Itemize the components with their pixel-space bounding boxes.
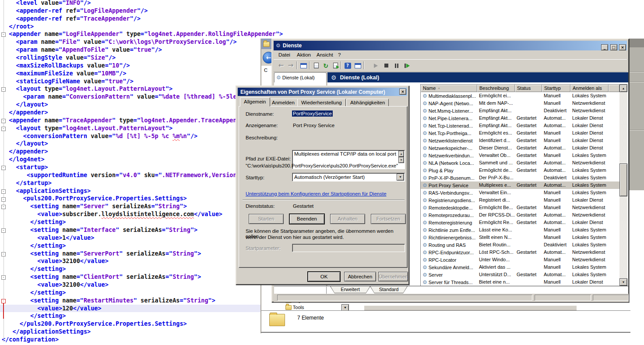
table-row[interactable]: ⚙Routing und RASBietet Routin...Deaktivi… [421,241,619,249]
abbrechen-button[interactable]: Abbrechen [344,272,376,281]
scroll-down-button[interactable]: ▼ [619,278,627,286]
table-row[interactable]: ⚙RPC-LocatorUnter Windo...ManuellNetzwer… [421,256,619,263]
table-row[interactable]: ⚙RPC-Endpunktzuor...Löst RPC-Sch...Gesta… [421,249,619,256]
menu-datei[interactable]: Datei [278,52,290,57]
table-row[interactable]: ⚙Remoteprozedurau...Der RPCSS-Di...Gesta… [421,211,619,219]
code-line[interactable]: </layout> [0,140,261,148]
code-line[interactable]: </puls200.PortProxyService.Properties.Se… [0,320,261,328]
table-row[interactable]: ⚙Sekundäre Anmeld...Aktiviert das ...Man… [421,263,619,271]
code-line[interactable]: </layout> [0,101,261,109]
code-line[interactable]: </setting> [0,312,261,320]
table-row[interactable]: ⚙Plug & PlayErmöglicht de...GestartetAut… [421,167,619,174]
close-button[interactable]: × [619,44,626,50]
beenden-button[interactable]: Beenden [289,214,324,224]
stop-service-icon[interactable] [381,61,391,70]
scrollbar-thumb[interactable] [619,164,627,196]
table-row[interactable]: ⚙RAS-Verbindungsv...Verwaltet Ein...Manu… [421,189,619,196]
table-row[interactable]: ⚙Richtlinie zum Entfe...Lässt eine Ko...… [421,226,619,234]
tab-standard[interactable]: Standard [370,286,408,293]
table-row[interactable]: ⚙Remotedesktopdie...Ermöglicht Be...Gest… [421,204,619,211]
starten-button[interactable]: Starten [249,214,284,224]
tab-wiederherstellung[interactable]: Wiederherstellung [297,99,346,107]
fold-toggle-icon[interactable]: - [1,87,6,92]
scroll-down-icon[interactable]: ▼ [398,157,404,163]
table-row[interactable]: ⚙Richtlinienergebniss...Stellt einen N..… [421,234,619,241]
table-row[interactable]: ⚙Netzwerkverbindun...Verwaltet Ob...Gest… [421,152,619,159]
code-line[interactable]: <layout type="log4net.Layout.PatternLayo… [0,85,261,93]
ok-button[interactable]: OK [308,272,340,281]
code-line[interactable]: <value>32100</value> [0,281,261,289]
fold-toggle-icon[interactable]: - [1,252,6,256]
anhalten-button[interactable]: Anhalten [330,214,365,224]
startparameter-input[interactable] [292,244,405,252]
table-row[interactable]: ⚙NAP-Agent (Netwo...Mit dem NAP-...Manue… [421,100,619,107]
code-line[interactable]: </appender> [0,148,261,156]
code-line[interactable]: <rollingStyle value="Size"/> [0,54,261,62]
value-dienstname[interactable]: PortProxyService [292,110,333,117]
table-row[interactable]: ⚙PnP-X-IP-Busenum...Der PnP-X-Bu...Deakt… [421,174,619,181]
refresh-icon[interactable]: ↻ [321,61,331,70]
code-line[interactable]: <value>subscriber.lloydslistintelligence… [0,210,261,218]
code-line[interactable]: </setting> [0,242,261,250]
show-console-tree-icon[interactable] [299,61,308,70]
tab-anmelden[interactable]: Anmelden [268,99,299,107]
code-line[interactable]: <value>120</value> [0,305,261,313]
code-line[interactable]: <setting name="Server" serializeAs="Stri… [0,203,261,210]
help-icon[interactable]: ? [343,61,352,70]
fold-toggle-icon[interactable]: - [1,166,6,170]
scroll-up-button[interactable]: ▲ [619,85,627,92]
code-line[interactable]: <layout type="log4net.Layout.PatternLayo… [0,124,261,132]
code-line[interactable]: <param name="File" value="C:\work\logs\P… [0,38,261,46]
fold-toggle-icon[interactable]: - [1,127,6,131]
code-line[interactable]: <setting name="RestartMinutes" serialize… [0,297,261,305]
scroll-up-icon[interactable]: ▲ [398,151,404,157]
code-line[interactable]: <supportedRuntime version="v4.0" sku=".N… [0,171,261,179]
code-line[interactable]: </configuration> [0,336,261,344]
dialog-titlebar[interactable]: Eigenschaften von Port Proxy Service (Lo… [238,88,407,96]
code-line[interactable]: <param name="ConversionPattern" value="%… [0,93,261,101]
fold-toggle-icon[interactable]: - [1,275,6,280]
code-line[interactable]: </root> [0,23,261,31]
code-line[interactable]: </appender> [0,109,261,117]
dialog-close-icon[interactable]: × [399,89,406,95]
code-line[interactable]: <value>1</value> [0,234,261,242]
table-row[interactable]: ⚙NetzwerklistendienstIdentifiziert d...G… [421,137,619,144]
fold-toggle-icon[interactable]: - [1,32,6,37]
table-row[interactable]: ⚙Net.Tcp-Portfreiga...Ermöglicht es...Ge… [421,129,619,137]
column-header-starttyp[interactable]: Starttyp [542,85,570,92]
startoptions-help-link[interactable]: Unterstützung beim Konfigurieren der Sta… [246,191,387,196]
column-header-anmelden[interactable]: Anmelden als [570,85,609,92]
code-line[interactable]: <appender-ref ref="LogFileAppender"/> [0,7,261,15]
starttyp-combobox[interactable]: Automatisch (Verzögerter Start) ▼ [292,173,405,181]
code-line[interactable]: </startup> [0,179,261,187]
console-tree-item-dienste[interactable]: ⚙ Dienste (Lokal) [274,72,327,82]
table-row[interactable]: ⚙Net.Pipe-Listenera...Empfängt Akt...Ges… [421,114,619,122]
table-row[interactable]: ⚙Multimediaklassenpl...Ermöglicht ei...M… [421,92,619,100]
table-row[interactable]: ⚙RemoteregistrierungErmöglicht Re...Gest… [421,219,619,226]
export-list-icon[interactable] [331,61,340,70]
services-titlebar[interactable]: ⚙ Dienste [274,41,627,50]
tab-erweitert[interactable]: Erweitert [330,286,370,293]
code-line[interactable]: <maxSizeRollBackups value="10"/> [0,62,261,70]
table-row[interactable]: ⚙Netzwerkspeicher-...Dieser Dienst...Ges… [421,144,619,152]
code-line[interactable]: <staticLogFileName value="true"/> [0,78,261,85]
standard-view-icon[interactable] [353,61,362,70]
code-line[interactable]: <setting name="ServerPort" serializeAs="… [0,250,261,258]
fold-toggle-icon[interactable]: - [1,189,6,194]
fortsetzen-button[interactable]: Fortsetzen [371,214,406,224]
table-row[interactable]: ⚙Server für Threads...Bietet eine n...Ma… [421,278,619,286]
start-service-icon[interactable] [371,61,380,70]
code-line[interactable]: <maximumFileSize value="10MB"/> [0,70,261,78]
code-line[interactable]: <puls200.PortProxyService.Properties.Set… [0,195,261,203]
code-line[interactable]: </setting> [0,289,261,297]
column-header-status[interactable]: Status [515,85,542,92]
fold-toggle-icon[interactable]: - [1,197,6,202]
code-line[interactable]: </setting> [0,218,261,226]
table-row[interactable]: ⚙NLA (Network Loca...Sammelt und ...Gest… [421,159,619,167]
tab-allgemein[interactable]: Allgemein [240,97,270,107]
code-line[interactable]: <setting name="Interface" serializeAs="S… [0,226,261,234]
table-row[interactable]: ⚙Registrierungsdiens...Registriert di...… [421,196,619,204]
code-line[interactable]: <startup> [0,164,261,171]
folder-item-tools[interactable]: Tools [285,305,304,310]
pause-service-icon[interactable] [392,61,401,70]
